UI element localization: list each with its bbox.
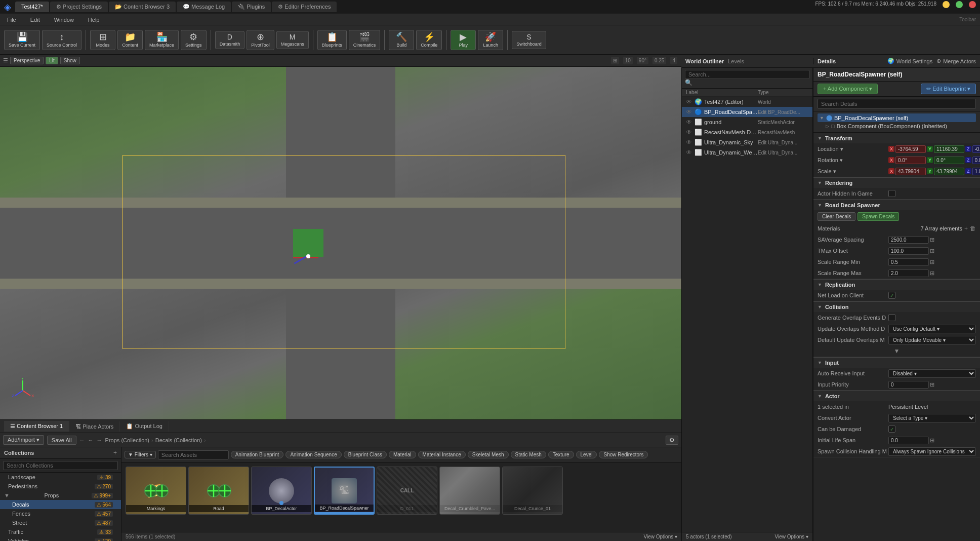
asset-decal-crunce[interactable]: Decal_Crunce_01 — [502, 467, 563, 515]
lit-toggle[interactable]: Lit — [46, 57, 58, 64]
asset-bp-roaddecalspawner[interactable]: 🏗 BP_RoadDecalSpawner — [314, 467, 375, 515]
collection-street[interactable]: Street ⚠ 487 — [0, 518, 121, 527]
rot-y-input[interactable] — [934, 157, 964, 164]
eye-icon-0[interactable]: 👁 — [686, 98, 694, 105]
search-collections-input[interactable] — [3, 461, 118, 470]
clear-decals-btn[interactable]: Clear Decals — [818, 212, 855, 221]
filter-material[interactable]: Material — [389, 451, 416, 458]
collection-decals[interactable]: Decals ⚠ 564 — [0, 500, 121, 509]
eye-icon-3[interactable]: 👁 — [686, 129, 694, 136]
scale-x-input[interactable] — [895, 168, 926, 175]
menu-edit[interactable]: Edit — [27, 16, 43, 24]
toolbar-blueprints[interactable]: 📋 Blueprints — [317, 30, 347, 50]
edit-blueprint-btn[interactable]: ✏ Edit Blueprint ▾ — [921, 84, 976, 94]
saverage-spacing-input[interactable] — [888, 236, 929, 244]
toolbar-megascans[interactable]: M Megascans — [276, 31, 309, 49]
net-load-checkbox[interactable] — [888, 292, 895, 299]
outliner-search-icon[interactable]: 🔍 — [685, 79, 692, 86]
asset-markings-folder[interactable]: 📁 Marki — [126, 467, 186, 515]
out-item-test427[interactable]: 👁 🌍 Test427 (Editor) World — [682, 97, 812, 107]
toolbar-content[interactable]: 📁 Content — [117, 30, 143, 50]
rot-x-input[interactable] — [895, 157, 926, 164]
show-toggle[interactable]: Show — [60, 57, 80, 64]
toolbar-pivottool[interactable]: ⊕ PivotTool — [247, 30, 274, 50]
section-actor-header[interactable]: ▼ Actor — [813, 391, 980, 401]
loc-x-input[interactable] — [895, 145, 926, 153]
auto-receive-select[interactable]: Disabled ▾ — [888, 369, 976, 378]
expand-collision-btn[interactable]: ▼ — [894, 347, 900, 355]
merge-actors-btn[interactable]: ⊕ Merge Actors — [936, 58, 976, 64]
3d-viewport[interactable]: X Y Z — [0, 67, 681, 419]
menu-file[interactable]: File — [4, 16, 19, 24]
saverage-spacing-arrow[interactable]: ⊞ — [930, 237, 934, 243]
initial-lifespan-input[interactable] — [888, 437, 929, 444]
breadcrumb-props[interactable]: Props (Collection) — [105, 437, 149, 443]
can-be-damaged-checkbox[interactable] — [888, 426, 895, 433]
filter-texture[interactable]: Texture — [548, 451, 574, 458]
toolbar-compile[interactable]: ⚡ Compile — [416, 30, 442, 50]
loc-z-input[interactable] — [972, 145, 980, 153]
filter-animation-sequence[interactable]: Animation Sequence — [285, 451, 341, 458]
section-road-decal-header[interactable]: ▼ Road Decal Spawner — [813, 200, 980, 210]
add-collection-btn[interactable]: + — [113, 449, 117, 456]
spawn-decals-btn[interactable]: Spawn Decals — [858, 212, 899, 221]
toolbar-source-control[interactable]: ↕ Source Control — [42, 30, 81, 50]
filter-skeletal-mesh[interactable]: Skeletal Mesh — [468, 451, 509, 458]
input-priority-arrow[interactable]: ⊞ — [930, 381, 934, 388]
toolbar-datasmith[interactable]: D Datasmith — [215, 31, 245, 49]
view-options-btn[interactable]: View Options ▾ — [643, 534, 677, 539]
asset-d011[interactable]: CALL D_011 — [377, 467, 437, 515]
menu-window[interactable]: Window — [51, 16, 77, 24]
tab-output-log[interactable]: 📋 Output Log — [120, 421, 169, 432]
outliner-search-input[interactable] — [685, 70, 809, 79]
out-item-ultra-sky[interactable]: 👁 ⬜ Ultra_Dynamic_Sky Edit Ultra_Dyna... — [682, 137, 812, 147]
tab-test427[interactable]: Test427* — [15, 2, 49, 12]
filter-material-instance[interactable]: Material Instance — [418, 451, 466, 458]
collection-fences[interactable]: Fences ⚠ 457 — [0, 509, 121, 518]
out-item-bp-roaddecal[interactable]: 👁 🔵 BP_RoadDecalSpawner Edit BP_RoadDe..… — [682, 107, 812, 117]
eye-icon-5[interactable]: 👁 — [686, 149, 694, 156]
eye-icon-2[interactable]: 👁 — [686, 119, 694, 126]
convert-actor-select[interactable]: Select a Type ▾ — [888, 414, 976, 422]
materials-add-btn[interactable]: + — [964, 225, 968, 232]
asset-decal-crumbled[interactable]: Decal_Crumbled_Pave... — [439, 467, 500, 515]
add-import-btn[interactable]: Add/Import ▾ — [3, 435, 44, 445]
viewport-menu-icon[interactable]: ☰ — [3, 57, 8, 64]
settings-cb-btn[interactable]: ⚙ — [666, 436, 678, 445]
default-update-select[interactable]: Only Update Movable ▾ — [888, 336, 976, 344]
maximize-btn[interactable] — [956, 1, 963, 8]
toolbar-modes[interactable]: ⊞ Modes — [90, 30, 115, 50]
rot-z-input[interactable] — [972, 157, 980, 164]
tab-project-settings[interactable]: ⚙ Project Settings — [50, 2, 108, 12]
materials-delete-btn[interactable]: 🗑 — [970, 225, 976, 232]
gen-overlap-checkbox[interactable] — [888, 314, 895, 321]
asset-road-folder[interactable]: Road — [188, 467, 249, 515]
world-settings-btn[interactable]: 🌍 World Settings — [887, 58, 932, 64]
out-item-ground[interactable]: 👁 ⬜ ground StaticMeshActor — [682, 117, 812, 127]
toolbar-switchboard[interactable]: S Switchboard — [512, 31, 546, 49]
scale-min-input[interactable] — [888, 258, 929, 266]
tmax-offset-input[interactable] — [888, 247, 929, 255]
spawn-collision-select[interactable]: Always Spawn Ignore Collisions ▾ — [888, 447, 976, 456]
add-component-btn[interactable]: + Add Component ▾ — [818, 84, 878, 94]
lifespan-arrow[interactable]: ⊞ — [930, 437, 934, 444]
out-item-recast[interactable]: 👁 ⬜ RecastNavMesh-Default RecastNavMesh — [682, 127, 812, 137]
minimize-btn[interactable] — [943, 1, 950, 8]
input-priority-input[interactable] — [888, 381, 929, 389]
filter-static-mesh[interactable]: Static Mesh — [511, 451, 546, 458]
section-transform-header[interactable]: ▼ Transform — [813, 133, 980, 143]
toolbar-launch[interactable]: 🚀 Launch — [478, 30, 503, 50]
actor-hidden-checkbox[interactable] — [888, 190, 895, 197]
tree-bp-self[interactable]: ▼ ⬤ BP_RoadDecalSpawner (self) — [818, 113, 976, 122]
out-item-ultra-weather[interactable]: 👁 ⬜ Ultra_Dynamic_Weather Edit Ultra_Dyn… — [682, 147, 812, 158]
search-components-input[interactable] — [818, 99, 976, 109]
section-collision-header[interactable]: ▼ Collision — [813, 301, 980, 312]
tab-content-browser[interactable]: ☰ Content Browser 1 — [4, 421, 69, 432]
scale-z-input[interactable] — [972, 168, 980, 175]
tmax-arrow[interactable]: ⊞ — [930, 248, 934, 254]
section-replication-header[interactable]: ▼ Replication — [813, 279, 980, 290]
section-rendering-header[interactable]: ▼ Rendering — [813, 177, 980, 188]
filter-level[interactable]: Level — [576, 451, 597, 458]
collection-traffic[interactable]: Traffic ⚠ 33 — [0, 527, 121, 536]
breadcrumb-decals[interactable]: Decals (Collection) — [155, 437, 202, 443]
